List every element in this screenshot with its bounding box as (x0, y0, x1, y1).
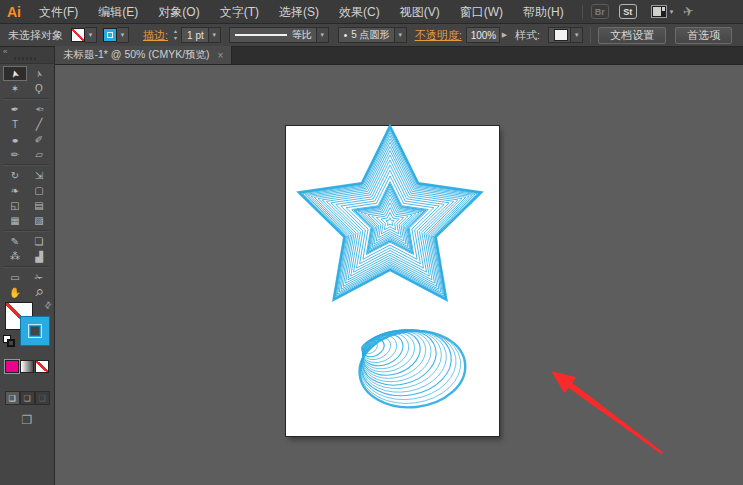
width-tool[interactable]: ❧ (3, 183, 27, 198)
menu-item[interactable]: 视图(V) (390, 0, 450, 24)
stroke-swatch[interactable] (20, 316, 50, 346)
color-button[interactable] (5, 360, 19, 373)
pen-tool[interactable]: ✒ (3, 102, 27, 117)
menu-item[interactable]: 帮助(H) (513, 0, 574, 24)
stroke-weight-select[interactable]: 1 pt ▼ (181, 27, 221, 43)
brush-preview-icon: • (344, 30, 348, 41)
stroke-profile-select[interactable]: 等比 ▼ (229, 27, 329, 43)
tools-separator (5, 266, 49, 268)
blend-tool[interactable]: ❏ (27, 234, 51, 249)
canvas-area[interactable] (55, 65, 743, 485)
slice-tool[interactable]: ✁ (27, 270, 51, 285)
zoom-tool-icon: ⚲ (33, 286, 45, 298)
bridge-icon[interactable]: Br (591, 4, 609, 19)
gradient-tool-icon: ▨ (34, 216, 43, 226)
menu-item[interactable]: 窗口(W) (450, 0, 513, 24)
stroke-dropdown-icon[interactable]: ▼ (117, 27, 129, 43)
stroke-color-swatch[interactable] (103, 28, 117, 42)
brush-select[interactable]: • 5 点圆形 ▼ (338, 27, 407, 43)
artboard-tool[interactable]: ▭ (3, 270, 27, 285)
artboard[interactable] (286, 126, 499, 436)
opacity-link[interactable]: 不透明度: (415, 28, 462, 43)
symbol-sprayer-tool[interactable]: ⁂ (3, 249, 27, 264)
dropdown-icon[interactable]: ▼ (570, 28, 582, 42)
magic-wand-tool[interactable]: ✶ (3, 81, 27, 96)
opacity-control[interactable]: 100% ▶ (466, 27, 509, 43)
shape-builder-tool[interactable]: ◱ (3, 198, 27, 213)
stroke-color-control[interactable]: ▼ (103, 27, 129, 43)
fill-dropdown-icon[interactable]: ▼ (85, 27, 97, 43)
gradient-button[interactable] (20, 360, 34, 373)
dropdown-icon[interactable]: ▼ (208, 28, 220, 42)
workspace-switcher-icon[interactable]: ▾ (651, 5, 674, 18)
menu-item[interactable]: 选择(S) (269, 0, 329, 24)
document-setup-button[interactable]: 文档设置 (598, 27, 666, 44)
stock-icon[interactable]: St (619, 4, 637, 19)
eraser-tool[interactable]: ▱ (27, 147, 51, 162)
pencil-tool[interactable]: ✏ (3, 147, 27, 162)
draw-inside-icon[interactable]: ❏ (35, 391, 50, 405)
lasso-tool[interactable]: Ϙ (27, 81, 51, 96)
opacity-input[interactable]: 100% (466, 27, 500, 43)
type-tool[interactable]: T (3, 117, 27, 132)
fill-color-control[interactable]: ▼ (71, 27, 97, 43)
tab-strip: 未标题-1* @ 50% (CMYK/预览) × (55, 47, 743, 65)
stepper-down-icon[interactable]: ▾ (172, 35, 179, 42)
menu-item[interactable]: 效果(C) (329, 0, 390, 24)
hand-tool[interactable]: ✋ (3, 285, 27, 300)
gradient-tool[interactable]: ▨ (27, 213, 51, 228)
dropdown-icon[interactable]: ▼ (394, 28, 406, 42)
curvature-tool-icon: ✑ (35, 105, 43, 115)
drawing-mode-buttons: ❏ ❏ ❏ (0, 391, 54, 405)
direct-selection-tool[interactable]: ➢ (27, 66, 51, 81)
none-button[interactable] (35, 360, 49, 373)
rotate-tool[interactable]: ↻ (3, 168, 27, 183)
panel-grip[interactable] (14, 57, 38, 60)
selection-tool[interactable]: ➤ (3, 66, 27, 81)
dropdown-icon[interactable]: ▼ (316, 28, 328, 42)
document-tab[interactable]: 未标题-1* @ 50% (CMYK/预览) × (55, 46, 232, 64)
slice-tool-icon: ✁ (35, 273, 43, 283)
ellipse-tool[interactable]: ● (3, 132, 27, 147)
menu-item[interactable]: 文件(F) (29, 0, 88, 24)
opacity-slider-icon[interactable]: ▶ (502, 31, 507, 39)
control-bar: 未选择对象 ▼ ▼ 描边: ▴ ▾ 1 pt ▼ 等比 ▼ • 5 点圆形 ▼ … (0, 24, 743, 47)
draw-behind-icon[interactable]: ❏ (20, 391, 35, 405)
collapse-panel-icon[interactable]: « (3, 47, 7, 56)
eyedropper-tool[interactable]: ✎ (3, 234, 27, 249)
stroke-weight-value: 1 pt (187, 30, 204, 41)
free-transform-tool[interactable]: ▢ (27, 183, 51, 198)
style-select[interactable]: ▼ (548, 27, 583, 43)
style-swatch (554, 29, 568, 41)
screen-mode-button[interactable]: ❐ (0, 413, 54, 427)
width-tool-icon: ❧ (11, 186, 19, 196)
preferences-button[interactable]: 首选项 (675, 27, 732, 44)
stepper-up-icon[interactable]: ▴ (172, 28, 179, 35)
menu-item[interactable]: 文字(T) (210, 0, 269, 24)
menu-item[interactable]: 编辑(E) (88, 0, 148, 24)
stroke-weight-link[interactable]: 描边: (143, 28, 168, 43)
column-graph-tool[interactable]: ▟ (27, 249, 51, 264)
ellipse-tool-icon: ● (11, 135, 18, 143)
default-fill-stroke-icon[interactable] (3, 335, 15, 347)
eyedropper-tool-icon: ✎ (11, 237, 19, 247)
line-segment-tool-icon: ╱ (36, 119, 43, 130)
paintbrush-tool[interactable]: ✐ (27, 132, 51, 147)
perspective-grid-tool[interactable]: ▤ (27, 198, 51, 213)
scale-tool[interactable]: ⇲ (27, 168, 51, 183)
fill-color-swatch[interactable] (71, 28, 85, 42)
stroke-weight-stepper[interactable]: ▴ ▾ (172, 28, 179, 42)
mesh-tool[interactable]: ▦ (3, 213, 27, 228)
sync-icon[interactable]: ✈ (682, 3, 696, 20)
document-tab-title: 未标题-1* @ 50% (CMYK/预览) (63, 48, 210, 62)
fill-stroke-indicator: ⇄ (0, 302, 54, 354)
stroke-profile-preview (235, 34, 287, 36)
column-graph-tool-icon: ▟ (35, 252, 43, 262)
swap-fill-stroke-icon[interactable]: ⇄ (42, 299, 54, 311)
selection-tool-icon: ➤ (9, 68, 21, 79)
line-segment-tool[interactable]: ╱ (27, 117, 51, 132)
curvature-tool[interactable]: ✑ (27, 102, 51, 117)
menu-item[interactable]: 对象(O) (148, 0, 209, 24)
draw-normal-icon[interactable]: ❏ (5, 391, 20, 405)
close-tab-icon[interactable]: × (218, 50, 224, 61)
